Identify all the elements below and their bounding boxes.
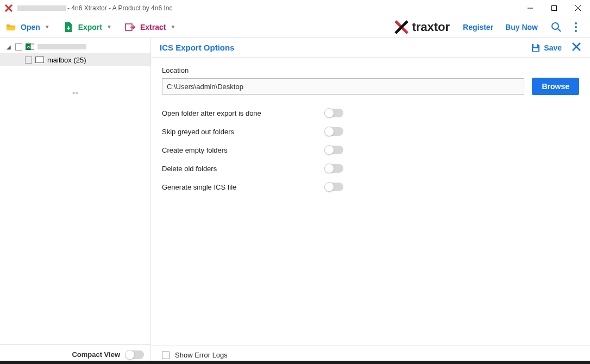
option-row: Create empty folders <box>162 141 579 159</box>
show-error-logs-label: Show Error Logs <box>175 351 228 359</box>
sidebar-placeholder: ▪▪ <box>0 88 150 98</box>
panel-close-button[interactable] <box>572 42 581 53</box>
app-icon <box>4 4 13 12</box>
svg-line-4 <box>558 29 561 32</box>
option-row: Skip greyed out folders <box>162 122 579 141</box>
folder-tree: ◢ o mailbox (25) ▪▪ <box>0 38 150 344</box>
tree-mailbox-item[interactable]: mailbox (25) <box>0 53 150 66</box>
export-menu[interactable]: Export ▼ <box>63 22 112 33</box>
extract-icon <box>125 22 136 33</box>
sidebar: ◢ o mailbox (25) ▪▪ Compact View <box>0 38 151 364</box>
tree-checkbox[interactable] <box>15 43 22 51</box>
buy-now-link[interactable]: Buy Now <box>505 23 538 32</box>
option-row: Delete old folders <box>162 159 579 178</box>
product-logo: traxtor <box>394 20 450 34</box>
option-label: Create empty folders <box>162 146 325 154</box>
logo-text: traxtor <box>412 20 450 34</box>
tree-checkbox[interactable] <box>25 57 32 64</box>
svg-point-5 <box>575 22 577 24</box>
option-label: Generate single ICS file <box>162 183 325 191</box>
option-toggle-single-ics[interactable] <box>325 183 343 191</box>
window-close-button[interactable] <box>566 0 590 16</box>
tree-root-label-obscured <box>37 44 86 49</box>
tree-root-item[interactable]: ◢ o <box>0 40 150 53</box>
chevron-down-icon: ▼ <box>170 24 175 30</box>
export-label: Export <box>78 23 102 32</box>
open-menu[interactable]: Open ▼ <box>5 22 50 33</box>
extract-label: Extract <box>140 23 166 32</box>
option-toggle-skip-greyed[interactable] <box>325 127 343 136</box>
register-link[interactable]: Register <box>463 23 493 32</box>
titlebar: - 4n6 Xtraxtor - A Product by 4n6 Inc <box>0 0 590 16</box>
taskbar <box>0 361 590 364</box>
chevron-down-icon: ▼ <box>45 24 50 30</box>
compact-view-label: Compact View <box>72 350 120 359</box>
outlook-icon: o <box>26 43 34 51</box>
location-input[interactable] <box>162 78 524 95</box>
extract-menu[interactable]: Extract ▼ <box>125 22 175 33</box>
option-label: Skip greyed out folders <box>162 128 325 136</box>
folder-icon <box>35 56 44 64</box>
tree-item-label: mailbox (25) <box>47 56 86 64</box>
option-toggle-open-folder[interactable] <box>325 109 343 117</box>
show-error-logs-checkbox[interactable] <box>162 352 170 359</box>
panel-title: ICS Export Options <box>160 43 235 52</box>
folder-open-icon <box>5 22 16 33</box>
location-label: Location <box>162 66 579 74</box>
collapse-caret-icon[interactable]: ◢ <box>7 44 12 50</box>
svg-rect-12 <box>533 44 537 47</box>
save-button[interactable]: Save <box>531 43 562 53</box>
browse-button[interactable]: Browse <box>532 78 579 95</box>
option-row: Open folder after export is done <box>162 104 579 122</box>
option-row: Generate single ICS file <box>162 178 579 196</box>
option-toggle-delete-old[interactable] <box>325 164 343 173</box>
chevron-down-icon: ▼ <box>106 24 112 30</box>
option-label: Delete old folders <box>162 165 325 173</box>
svg-rect-9 <box>30 44 34 49</box>
svg-rect-13 <box>533 48 538 51</box>
title-obscured <box>17 5 66 11</box>
open-label: Open <box>21 23 40 32</box>
svg-point-3 <box>552 23 558 29</box>
svg-point-7 <box>575 30 577 32</box>
main-panel: ICS Export Options Save Location Browse … <box>151 38 590 364</box>
option-label: Open folder after export is done <box>162 109 325 117</box>
svg-point-6 <box>575 26 577 28</box>
option-toggle-create-empty[interactable] <box>325 146 343 154</box>
toolbar: Open ▼ Export ▼ Extract ▼ traxtor Regist… <box>0 16 590 38</box>
svg-rect-1 <box>552 5 557 10</box>
window-title: - 4n6 Xtraxtor - A Product by 4n6 Inc <box>67 4 172 12</box>
more-menu-button[interactable] <box>569 21 582 34</box>
svg-text:o: o <box>27 45 30 49</box>
svg-rect-11 <box>36 57 44 63</box>
panel-body: Location Browse Open folder after export… <box>151 58 590 346</box>
window-maximize-button[interactable] <box>542 0 566 16</box>
file-export-icon <box>63 22 74 33</box>
search-button[interactable] <box>550 21 563 34</box>
save-label: Save <box>544 43 562 52</box>
panel-header: ICS Export Options Save <box>151 38 590 58</box>
window-minimize-button[interactable] <box>518 0 542 16</box>
compact-view-toggle[interactable] <box>125 350 144 359</box>
